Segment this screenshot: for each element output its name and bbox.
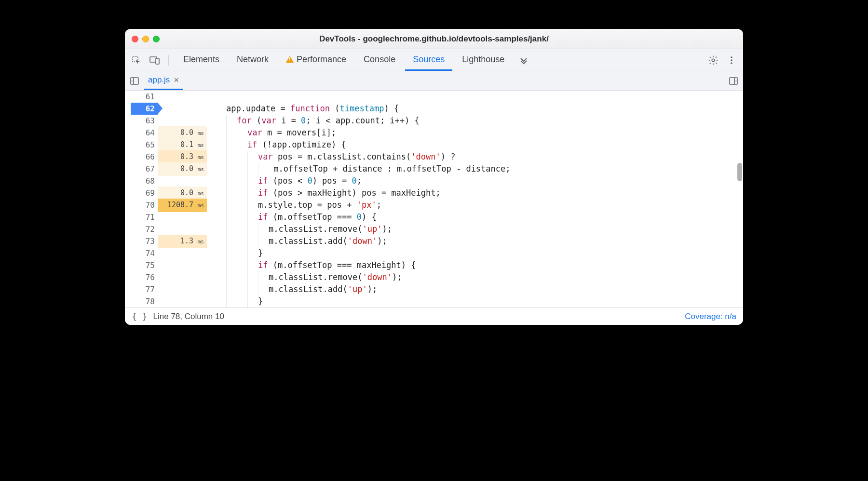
gutter-line[interactable]: 75 — [125, 259, 207, 271]
minimize-icon[interactable] — [142, 36, 149, 42]
inspect-element-icon[interactable] — [130, 53, 143, 67]
gutter-line[interactable]: 640.0 ms — [125, 127, 207, 139]
line-timing — [158, 253, 207, 254]
line-number: 75 — [131, 259, 158, 271]
gutter[interactable]: 616263640.0 ms650.1 ms660.3 ms670.0 ms68… — [125, 91, 207, 307]
tab-label: Performance — [297, 54, 346, 65]
show-navigator-icon[interactable] — [130, 76, 139, 86]
code-line[interactable]: if (m.offsetTop === 0) { — [226, 211, 743, 223]
line-number: 69 — [131, 187, 158, 199]
settings-icon[interactable] — [706, 53, 720, 67]
gutter-line[interactable]: 670.0 ms — [125, 163, 207, 175]
line-timing: 0.3 ms — [158, 150, 207, 164]
gutter-line[interactable]: 71 — [125, 211, 207, 223]
code-line[interactable]: if (m.offsetTop === maxHeight) { — [226, 259, 743, 271]
devtools-window: DevTools - googlechrome.github.io/devtoo… — [125, 29, 743, 325]
code-line[interactable]: if (!app.optimize) { — [226, 139, 743, 151]
line-number: 74 — [131, 247, 158, 259]
line-timing — [158, 265, 207, 266]
gutter-line[interactable]: 690.0 ms — [125, 187, 207, 199]
gutter-line[interactable]: 62 — [125, 103, 207, 115]
line-number: 67 — [131, 163, 158, 175]
pretty-print-icon[interactable]: { } — [132, 311, 148, 321]
code-line[interactable]: } — [226, 247, 743, 259]
code-line[interactable]: m.offsetTop + distance : m.offsetTop - d… — [226, 163, 743, 175]
code-line[interactable]: m.classList.remove('up'); — [226, 223, 743, 235]
window-controls — [132, 36, 160, 42]
coverage-link[interactable]: Coverage: n/a — [685, 312, 736, 321]
line-timing: 0.0 ms — [158, 162, 207, 176]
line-number: 71 — [131, 211, 158, 223]
more-tabs-icon[interactable] — [517, 53, 530, 67]
line-timing — [158, 108, 207, 109]
line-timing — [158, 96, 207, 97]
tab-lighthouse[interactable]: Lighthouse — [454, 49, 512, 71]
gutter-line[interactable]: 660.3 ms — [125, 151, 207, 163]
code-line[interactable]: m.classList.add('up'); — [226, 283, 743, 295]
close-tab-icon[interactable]: × — [174, 75, 179, 85]
line-number: 72 — [131, 223, 158, 235]
code-line[interactable]: for (var i = 0; i < app.count; i++) { — [226, 115, 743, 127]
line-timing — [158, 217, 207, 218]
line-number: 76 — [131, 271, 158, 283]
line-timing: 1.3 ms — [158, 235, 207, 248]
gutter-line[interactable]: 731.3 ms — [125, 235, 207, 247]
line-number: 70 — [131, 199, 158, 211]
tab-performance[interactable]: Performance — [278, 49, 354, 71]
file-tab-appjs[interactable]: app.js × — [144, 71, 183, 90]
gutter-line[interactable]: 63 — [125, 115, 207, 127]
line-timing: 0.1 ms — [158, 138, 207, 152]
gutter-line[interactable]: 650.1 ms — [125, 139, 207, 151]
code-line[interactable]: var m = movers[i]; — [226, 127, 743, 139]
gutter-line[interactable]: 72 — [125, 223, 207, 235]
tab-console[interactable]: Console — [356, 49, 403, 71]
kebab-menu-icon[interactable] — [725, 53, 738, 67]
toolbar-divider — [168, 55, 169, 66]
close-icon[interactable] — [132, 36, 138, 42]
line-number: 63 — [131, 115, 158, 127]
line-timing — [158, 120, 207, 121]
gutter-line[interactable]: 76 — [125, 271, 207, 283]
line-number: 64 — [131, 127, 158, 139]
gutter-line[interactable]: 61 — [125, 91, 207, 103]
line-number: 65 — [131, 139, 158, 151]
gutter-line[interactable]: 74 — [125, 247, 207, 259]
line-timing: 1208.7 ms — [158, 199, 207, 212]
code-content[interactable]: app.update = function (timestamp) {for (… — [207, 91, 743, 307]
show-debugger-icon[interactable] — [729, 76, 738, 86]
device-toolbar-icon[interactable] — [148, 53, 162, 67]
tab-sources[interactable]: Sources — [405, 49, 452, 71]
line-number: 66 — [131, 151, 158, 163]
line-number: 68 — [131, 175, 158, 187]
code-line[interactable]: m.style.top = pos + 'px'; — [226, 199, 743, 211]
gutter-line[interactable]: 68 — [125, 175, 207, 187]
tab-label: Elements — [183, 54, 219, 65]
code-line[interactable]: } — [226, 295, 743, 307]
code-line[interactable]: var pos = m.classList.contains('down') ? — [226, 151, 743, 163]
maximize-icon[interactable] — [153, 36, 160, 42]
tab-network[interactable]: Network — [229, 49, 276, 71]
svg-rect-2 — [156, 58, 159, 64]
svg-point-5 — [731, 59, 732, 61]
code-line[interactable]: if (pos < 0) pos = 0; — [226, 175, 743, 187]
statusbar: { } Line 78, Column 10 Coverage: n/a — [125, 307, 743, 325]
gutter-line[interactable]: 78 — [125, 295, 207, 307]
line-timing — [158, 289, 207, 290]
tab-elements[interactable]: Elements — [176, 49, 227, 71]
window-title: DevTools - googlechrome.github.io/devtoo… — [125, 34, 743, 44]
code-line[interactable]: app.update = function (timestamp) { — [226, 103, 743, 115]
code-line[interactable]: if (pos > maxHeight) pos = maxHeight; — [226, 187, 743, 199]
code-line[interactable]: m.classList.add('down'); — [226, 235, 743, 247]
line-timing: 0.0 ms — [158, 126, 207, 140]
svg-point-6 — [731, 62, 732, 64]
scrollbar-thumb[interactable] — [737, 163, 742, 181]
gutter-line[interactable]: 77 — [125, 283, 207, 295]
code-line[interactable]: m.classList.remove('down'); — [226, 271, 743, 283]
tab-label: Sources — [413, 54, 445, 65]
code-line[interactable] — [226, 91, 743, 103]
warning-icon — [286, 56, 294, 63]
panel-tabs: ElementsNetworkPerformanceConsoleSources… — [176, 49, 512, 71]
line-timing — [158, 301, 207, 302]
code-editor[interactable]: 616263640.0 ms650.1 ms660.3 ms670.0 ms68… — [125, 91, 743, 307]
gutter-line[interactable]: 701208.7 ms — [125, 199, 207, 211]
